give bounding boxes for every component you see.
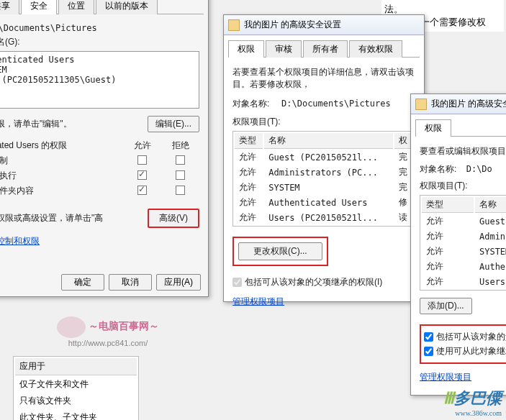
list-item[interactable]: henticated Users <box>0 55 196 65</box>
inherit-label: 包括可从该对象的父项继承的权限(I) <box>245 276 382 288</box>
object-value: D:\Documents\Pictures <box>281 99 391 109</box>
table-row: 仅子文件夹和文件 <box>15 377 137 392</box>
table-row[interactable]: 允许Users (PC <box>422 275 506 288</box>
object-label: 对象名称: <box>420 164 456 174</box>
tabs: 权限 审核 所有者 有效权限 <box>228 40 420 58</box>
tab-permissions[interactable]: 权限 <box>415 119 451 137</box>
tab-security[interactable]: 安全 <box>21 0 57 14</box>
folder-icon <box>228 19 240 31</box>
table-row: 只有该文件夹 <box>15 393 137 408</box>
edit-hint: 权限，请单击"编辑"。 <box>0 118 72 130</box>
watermark-pc841: ～电脑百事网～ http://www.pc841.com/ <box>36 316 180 348</box>
table-row: 文件夹内容 <box>0 183 199 198</box>
table-row: 此文件夹、子文件夹 <box>15 410 137 420</box>
table-row[interactable]: 允许SYSTEM <box>422 245 506 258</box>
rose-icon <box>57 316 86 338</box>
ok-button[interactable]: 确定 <box>61 274 104 291</box>
tab-audit[interactable]: 审核 <box>266 40 302 58</box>
watermark-brand: ～电脑百事网～ <box>89 320 159 332</box>
logo-icon: Ⅲ <box>443 389 454 407</box>
col-name: 名称 <box>264 133 393 149</box>
advanced-security-dialog-2: 我的图片 的高级安全设 权限 要查看或编辑权限项目 对象名称: D:\Do 权限… <box>410 93 506 396</box>
titlebar: 我的图片 的高级安全设 <box>411 94 506 114</box>
inherit-checkbox <box>232 278 242 287</box>
advanced-hint: 殊权限或高级设置，请单击"高 <box>0 212 103 224</box>
table-row: 和执行 <box>0 168 199 183</box>
replace-child-checkbox[interactable] <box>424 347 433 356</box>
object-value: D:\Do <box>466 164 492 174</box>
object-path: D:\Documents\Pictures <box>0 23 199 33</box>
watermark-386w: Ⅲ多巴僳 www.386w.com <box>443 388 502 417</box>
permissions-list[interactable]: 类型 名称 权 允许Guest (PC20150521l...完 允许Admin… <box>232 131 415 227</box>
table-row[interactable]: 允许Authentic <box>422 260 506 273</box>
cancel-button[interactable]: 取消 <box>109 274 152 291</box>
checkbox <box>176 186 185 195</box>
table-row[interactable]: 允许Administrators (PC...完 <box>235 165 413 179</box>
col-type: 类型 <box>422 197 474 213</box>
tab-previous-versions[interactable]: 以前的版本 <box>96 0 158 14</box>
advanced-security-dialog: 我的图片 的高级安全设置 权限 审核 所有者 有效权限 若要查看某个权限项目的详… <box>223 14 425 302</box>
tabs: 共享 安全 位置 以前的版本 <box>0 0 204 14</box>
table-row[interactable]: 允许Guest (PC20150521l...完 <box>235 150 413 164</box>
object-label: 对象名称: <box>232 99 269 109</box>
col-allow: 允许 <box>123 138 161 153</box>
window-title: 我的图片 的高级安全设 <box>431 98 506 110</box>
permissions-list[interactable]: 类型 名称 允许Guest (PC 允许Administr 允许SYSTEM 允… <box>420 195 506 291</box>
edit-button[interactable]: 编辑(E)... <box>148 116 199 132</box>
watermark-url: http://www.pc841.com/ <box>68 339 148 347</box>
applied-to-list: 应用于 仅子文件夹和文件 只有该文件夹 此文件夹、子文件夹 <box>13 356 139 420</box>
advanced-button[interactable]: 高级(V) <box>148 209 199 228</box>
list-item[interactable]: t (PC201505211305\Guest) <box>0 75 196 85</box>
manage-permissions-link[interactable]: 管理权限项目 <box>232 296 284 306</box>
tab-effective[interactable]: 有效权限 <box>349 40 402 58</box>
table-row[interactable]: 允许Administr <box>422 229 506 243</box>
perm-title: icated Users 的权限 <box>0 138 123 153</box>
change-permissions-button[interactable]: 更改权限(C)... <box>238 242 322 260</box>
col-name: 名称 <box>475 197 506 213</box>
manage-permissions-link[interactable]: 管理权限项目 <box>420 372 471 382</box>
tab-owner[interactable]: 所有者 <box>303 40 348 58</box>
table-row[interactable]: 允许Users (PC20150521l...读 <box>235 211 413 224</box>
checkbox <box>137 155 147 165</box>
list-label: 权限项目(T): <box>232 116 415 128</box>
col-type: 类型 <box>235 133 263 149</box>
checkbox-label: 包括可从该对象的父 <box>436 331 506 343</box>
list-item[interactable]: TEM <box>0 65 196 75</box>
inherit-parent-checkbox[interactable] <box>424 332 433 342</box>
checkbox <box>176 170 185 180</box>
table-row[interactable]: 允许Guest (PC <box>422 214 506 228</box>
window-title: 我的图片 的高级安全设置 <box>244 19 341 31</box>
titlebar: 我的图片 的高级安全设置 <box>224 15 424 35</box>
apply-button[interactable]: 应用(A) <box>156 274 201 291</box>
list-label: 权限项目(T): <box>420 180 506 192</box>
hint-text: 若要查看某个权限项目的详细信息，请双击该项目。若要修改权限， <box>232 66 415 91</box>
col-applied: 应用于 <box>15 358 137 375</box>
checkbox <box>137 170 147 180</box>
checkbox <box>176 155 185 165</box>
col-deny: 拒绝 <box>161 138 199 153</box>
users-list[interactable]: henticated Users TEM t (PC201505211305\G… <box>0 51 199 109</box>
checkbox <box>137 186 147 195</box>
table-row[interactable]: 允许SYSTEM完 <box>235 181 413 194</box>
folder-icon <box>415 99 427 110</box>
properties-dialog: 共享 安全 位置 以前的版本 D:\Documents\Pictures 户名(… <box>0 0 209 297</box>
checkbox-label: 使用可从此对象继承 <box>436 345 506 357</box>
watermark-url: www.386w.com <box>443 409 502 417</box>
table-row: 控制 <box>0 153 199 168</box>
add-button[interactable]: 添加(D)... <box>420 298 472 314</box>
table-row[interactable]: 允许Authenticated Users修 <box>235 196 413 209</box>
access-control-link[interactable]: 可控制和权限 <box>0 236 40 246</box>
permissions-table: icated Users 的权限 允许 拒绝 控制 和执行 文件夹内容 <box>0 138 199 198</box>
watermark-text: 多巴僳 <box>454 389 502 407</box>
tabs: 权限 <box>415 119 506 137</box>
tab-location[interactable]: 位置 <box>58 0 94 14</box>
hint-text: 要查看或编辑权限项目 <box>420 145 506 158</box>
group-label: 户名(G): <box>0 36 199 48</box>
tab-permissions[interactable]: 权限 <box>228 40 264 58</box>
tab-share[interactable]: 共享 <box>0 0 19 14</box>
